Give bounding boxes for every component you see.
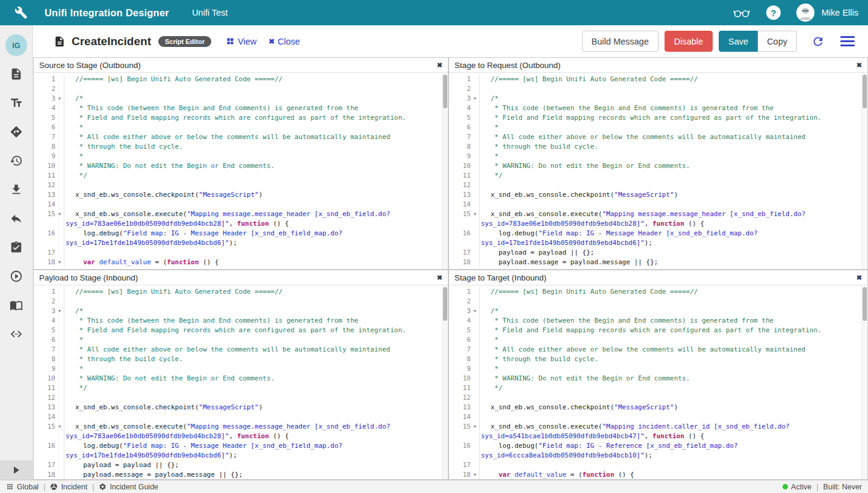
code-text: sys_id=783ae06e1b0db05090dfdb9ebd4bcb28]… <box>64 432 448 441</box>
panel-close-icon[interactable]: ✖ <box>857 274 862 282</box>
scope-link-global[interactable]: Global <box>6 483 39 491</box>
sidebar-play-circle-icon[interactable] <box>0 262 33 291</box>
code-line: 7 * All code either above or below the c… <box>449 132 867 142</box>
code-editor[interactable]: 1//===== [ws] Begin Unifi Auto Generated… <box>34 285 448 479</box>
code-text: * <box>64 123 448 132</box>
fold-arrow-icon[interactable]: ▼ <box>55 258 64 267</box>
sidebar-expand-button[interactable] <box>0 460 33 480</box>
sidebar-download-icon[interactable] <box>0 175 33 204</box>
code-text: * through the build cycle. <box>479 142 867 152</box>
panel-close-icon[interactable]: ✖ <box>437 274 442 282</box>
line-number: 9 <box>34 152 55 161</box>
code-text: //===== [ws] Begin Unifi Auto Generated … <box>479 75 867 84</box>
line-number: 8 <box>34 355 55 364</box>
fold-arrow-icon[interactable]: ▼ <box>471 422 479 432</box>
fold-arrow-icon[interactable]: ▼ <box>471 306 479 316</box>
fold-gutter <box>55 171 64 181</box>
fold-arrow-icon[interactable]: ▼ <box>55 94 64 104</box>
sidebar-book-icon[interactable] <box>0 291 33 320</box>
code-line: 11 */ <box>34 383 448 393</box>
sidebar-tasks-icon[interactable] <box>0 233 33 262</box>
scope-link-incident[interactable]: Incident <box>50 483 87 491</box>
code-line: sys_id=17be1fde1b49b05090dfdb9ebd4bcbd6]… <box>34 451 448 460</box>
menu-icon[interactable] <box>840 36 855 46</box>
sidebar-history-icon[interactable] <box>0 146 33 175</box>
user-name[interactable]: Mike Ellis <box>822 8 858 17</box>
line-number: 12 <box>34 181 55 190</box>
code-text <box>64 412 448 422</box>
code-text: * WARNING: Do not edit the Begin or End … <box>479 374 867 383</box>
view-link[interactable]: View <box>226 37 256 46</box>
code-line: 11 */ <box>449 383 867 393</box>
left-sidebar: IG <box>0 25 33 480</box>
line-number: 2 <box>34 297 55 306</box>
copy-button[interactable]: Copy <box>758 31 797 52</box>
code-line: 15▼x_snd_eb.ws_console.execute("Mapping … <box>34 209 448 219</box>
fold-gutter <box>55 123 64 132</box>
panel-header: Source to Stage (Outbound)✖ <box>34 58 448 73</box>
fold-arrow-icon[interactable]: ▼ <box>55 209 64 219</box>
sidebar-directions-icon[interactable] <box>0 117 33 146</box>
line-number: 12 <box>449 181 471 190</box>
fold-gutter <box>471 113 479 123</box>
line-number: 13 <box>449 403 471 412</box>
scope-link-label: Global <box>17 483 39 491</box>
line-number: 13 <box>34 403 55 412</box>
line-number: 10 <box>449 161 471 171</box>
panel-scrollbar[interactable] <box>442 286 448 479</box>
panel-close-icon[interactable]: ✖ <box>857 61 862 69</box>
refresh-icon[interactable] <box>811 35 825 48</box>
line-number <box>449 451 471 460</box>
spectacles-icon[interactable] <box>733 6 751 19</box>
build-message-button[interactable]: Build Message <box>582 31 659 52</box>
user-avatar[interactable] <box>796 4 814 22</box>
disable-button[interactable]: Disable <box>665 31 713 52</box>
panel-scrollbar[interactable] <box>442 73 448 269</box>
code-text: * <box>479 335 867 345</box>
code-editor[interactable]: 1//===== [ws] Begin Unifi Auto Generated… <box>449 285 867 479</box>
fold-arrow-icon[interactable]: ▼ <box>55 422 64 432</box>
scope-link-incident-guide[interactable]: Incident Guide <box>99 483 158 491</box>
code-text: */ <box>64 383 448 393</box>
line-number: 1 <box>34 287 55 297</box>
help-icon[interactable]: ? <box>766 5 781 20</box>
fold-gutter <box>471 441 479 451</box>
code-text <box>479 412 867 422</box>
fold-arrow-icon[interactable]: ▼ <box>471 470 479 479</box>
panel-close-icon[interactable]: ✖ <box>437 61 442 69</box>
sidebar-text-fields-icon[interactable] <box>0 88 33 117</box>
code-line: 1//===== [ws] Begin Unifi Auto Generated… <box>449 75 867 84</box>
scrollbar-thumb[interactable] <box>863 287 867 321</box>
code-text: x_snd_eb.ws_console.execute("Mapping mes… <box>64 209 448 219</box>
code-text: * All code either above or below the com… <box>479 132 867 142</box>
code-text <box>64 297 448 306</box>
code-editor[interactable]: 1//===== [ws] Begin Unifi Auto Generated… <box>34 73 448 269</box>
scope-link-label: Incident <box>61 483 87 491</box>
environment-name[interactable]: Unifi Test <box>192 8 228 17</box>
script-editor-badge: Script Editor <box>158 36 211 47</box>
scrollbar-thumb[interactable] <box>863 75 867 108</box>
integration-avatar[interactable]: IG <box>5 34 27 56</box>
scrollbar-thumb[interactable] <box>443 75 447 108</box>
code-editor[interactable]: 1//===== [ws] Begin Unifi Auto Generated… <box>449 73 867 269</box>
save-button[interactable]: Save <box>719 31 758 52</box>
code-text: * WARNING: Do not edit the Begin or End … <box>479 161 867 171</box>
panel-scrollbar[interactable] <box>861 73 867 269</box>
panel-scrollbar[interactable] <box>861 286 867 479</box>
sidebar-document-icon[interactable] <box>0 60 33 88</box>
code-text: x_snd_eb.ws_console.execute("Mapping mes… <box>64 422 448 432</box>
code-line: 8 * through the build cycle. <box>449 355 867 364</box>
code-text: x_snd_eb.ws_console.checkpoint("MessageS… <box>479 190 867 200</box>
fold-gutter <box>55 219 64 229</box>
code-text: * WARNING: Do not edit the Begin or End … <box>64 374 448 383</box>
scrollbar-thumb[interactable] <box>443 287 447 321</box>
fold-gutter <box>471 171 479 181</box>
fold-arrow-icon[interactable]: ▼ <box>471 209 479 219</box>
code-text: //===== [ws] Begin Unifi Auto Generated … <box>64 287 448 297</box>
sidebar-code-icon[interactable] <box>0 320 33 349</box>
wrench-icon[interactable] <box>14 6 28 19</box>
fold-arrow-icon[interactable]: ▼ <box>471 94 479 104</box>
fold-arrow-icon[interactable]: ▼ <box>55 306 64 316</box>
close-link[interactable]: ✖ Close <box>268 37 300 46</box>
sidebar-undo-icon[interactable] <box>0 204 33 233</box>
